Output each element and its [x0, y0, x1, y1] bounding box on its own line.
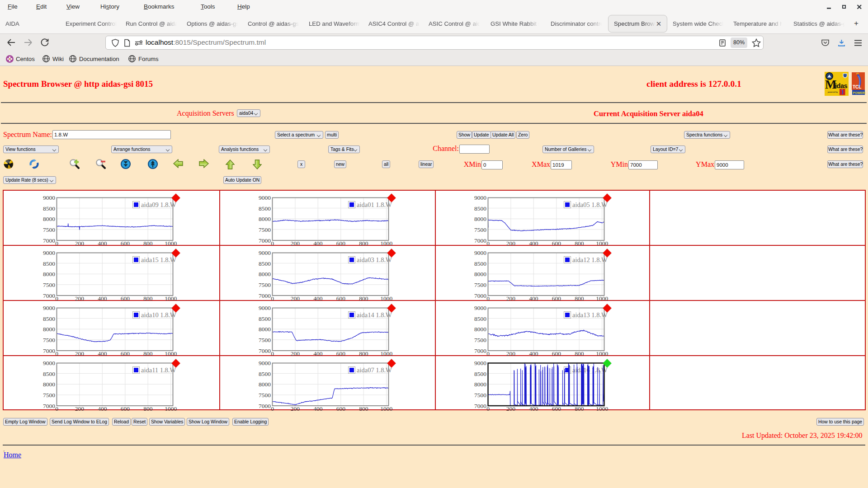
- svg-text:800: 800: [143, 240, 153, 246]
- svg-text:8500: 8500: [259, 260, 271, 267]
- svg-text:7000: 7000: [474, 403, 486, 409]
- svg-text:0: 0: [55, 240, 58, 246]
- svg-text:8000: 8000: [259, 271, 271, 277]
- svg-text:800: 800: [359, 405, 368, 411]
- svg-text:400: 400: [529, 240, 538, 246]
- svg-text:idas: idas: [835, 82, 847, 89]
- svg-text:8500: 8500: [43, 260, 55, 267]
- svg-text:400: 400: [313, 405, 323, 411]
- svg-text:8500: 8500: [474, 371, 486, 377]
- svg-text:7500: 7500: [259, 392, 271, 399]
- svg-text:600: 600: [552, 350, 561, 356]
- svg-text:800: 800: [359, 295, 368, 301]
- svg-text:200: 200: [291, 350, 300, 356]
- svg-text:0: 0: [486, 240, 490, 246]
- svg-text:7500: 7500: [43, 337, 55, 343]
- svg-text:600: 600: [336, 405, 346, 411]
- svg-text:8000: 8000: [43, 271, 55, 277]
- svg-text:1000: 1000: [165, 405, 177, 411]
- svg-text:600: 600: [121, 240, 130, 246]
- svg-text:9000: 9000: [474, 305, 486, 311]
- svg-text:200: 200: [506, 295, 516, 301]
- svg-text:7500: 7500: [259, 337, 271, 343]
- svg-text:7500: 7500: [259, 226, 271, 233]
- svg-text:200: 200: [75, 240, 85, 246]
- svg-text:9000: 9000: [259, 305, 271, 311]
- svg-text:aida09 1.8.W: aida09 1.8.W: [141, 201, 176, 208]
- svg-text:aida07 1.8.W: aida07 1.8.W: [357, 366, 392, 374]
- svg-text:1000: 1000: [596, 350, 608, 356]
- svg-text:0: 0: [55, 295, 58, 301]
- svg-text:8000: 8000: [474, 216, 486, 222]
- svg-text:8500: 8500: [259, 205, 271, 212]
- svg-text:aida13 1.8.W: aida13 1.8.W: [572, 311, 608, 319]
- svg-text:200: 200: [75, 405, 85, 411]
- svg-text:800: 800: [575, 295, 584, 301]
- svg-text:9000: 9000: [43, 249, 55, 256]
- svg-text:8500: 8500: [43, 371, 55, 377]
- svg-text:8500: 8500: [43, 205, 55, 212]
- svg-text:aida05 1.8.W: aida05 1.8.W: [572, 201, 608, 208]
- svg-text:800: 800: [575, 350, 584, 356]
- svg-text:7000: 7000: [259, 292, 271, 299]
- svg-text:200: 200: [291, 405, 300, 411]
- svg-text:400: 400: [529, 295, 538, 301]
- svg-text:800: 800: [143, 295, 153, 301]
- svg-text:200: 200: [75, 295, 85, 301]
- svg-text:0: 0: [486, 295, 490, 301]
- svg-text:8000: 8000: [474, 271, 486, 277]
- svg-text:7000: 7000: [474, 292, 486, 299]
- svg-text:0: 0: [55, 405, 58, 411]
- svg-text:200: 200: [75, 350, 85, 356]
- svg-text:8500: 8500: [259, 315, 271, 322]
- svg-text:1000: 1000: [380, 350, 392, 356]
- svg-text:7000: 7000: [474, 347, 486, 354]
- svg-text:600: 600: [121, 405, 130, 411]
- svg-text:600: 600: [552, 295, 561, 301]
- svg-text:7000: 7000: [259, 347, 271, 354]
- svg-text:8000: 8000: [43, 381, 55, 388]
- svg-text:1000: 1000: [596, 295, 608, 301]
- svg-text:400: 400: [98, 350, 107, 356]
- svg-text:7500: 7500: [43, 282, 55, 288]
- svg-text:600: 600: [121, 295, 130, 301]
- svg-text:7000: 7000: [474, 237, 486, 244]
- svg-text:7500: 7500: [474, 337, 486, 343]
- svg-text:9000: 9000: [43, 305, 55, 311]
- svg-text:7000: 7000: [43, 292, 55, 299]
- svg-text:aida15 1.8.W: aida15 1.8.W: [141, 256, 176, 263]
- svg-text:800: 800: [359, 240, 368, 246]
- svg-text:8500: 8500: [474, 315, 486, 322]
- svg-text:7500: 7500: [474, 226, 486, 233]
- svg-text:200: 200: [291, 295, 300, 301]
- svg-text:600: 600: [552, 240, 561, 246]
- svg-text:8500: 8500: [259, 371, 271, 377]
- svg-text:8000: 8000: [43, 216, 55, 222]
- svg-text:1000: 1000: [380, 295, 392, 301]
- svg-text:400: 400: [313, 350, 323, 356]
- svg-text:400: 400: [313, 240, 323, 246]
- svg-text:200: 200: [291, 240, 300, 246]
- svg-text:aida01 1.8.W: aida01 1.8.W: [357, 201, 392, 208]
- svg-text:600: 600: [336, 240, 346, 246]
- svg-text:8000: 8000: [43, 326, 55, 333]
- svg-text:TCL: TCL: [853, 84, 861, 89]
- svg-text:7000: 7000: [43, 237, 55, 244]
- svg-text:7000: 7000: [43, 347, 55, 354]
- svg-text:8500: 8500: [43, 315, 55, 322]
- svg-text:200: 200: [506, 240, 516, 246]
- svg-text:8000: 8000: [259, 381, 271, 388]
- svg-text:0: 0: [271, 240, 274, 246]
- svg-text:8500: 8500: [474, 260, 486, 267]
- svg-text:0: 0: [271, 405, 274, 411]
- svg-text:7500: 7500: [43, 226, 55, 233]
- svg-text:7500: 7500: [474, 392, 486, 399]
- svg-text:800: 800: [575, 240, 584, 246]
- svg-text:9000: 9000: [474, 360, 486, 366]
- svg-text:600: 600: [121, 350, 130, 356]
- svg-text:600: 600: [336, 295, 346, 301]
- svg-text:aida14 1.8.W: aida14 1.8.W: [357, 311, 392, 319]
- svg-text:0: 0: [271, 295, 274, 301]
- svg-text:8000: 8000: [259, 216, 271, 222]
- svg-text:7000: 7000: [43, 403, 55, 409]
